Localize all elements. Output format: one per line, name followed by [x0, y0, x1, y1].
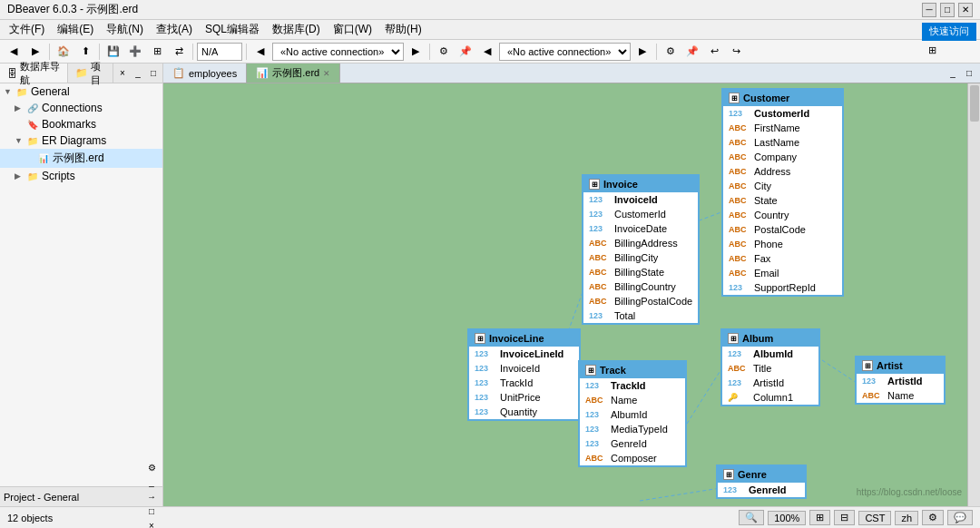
status-icon2[interactable]: 💬 [947, 510, 973, 525]
status-search-btn[interactable]: 🔍 [739, 510, 764, 525]
connection-selector-2[interactable]: «No active connection» [499, 43, 631, 61]
customer-field-postalcode: ABC PostalCode [723, 222, 842, 237]
bottom-left-panel: Project - General ⚙ _ → □ × [0, 486, 162, 506]
menu-db[interactable]: 数据库(D) [267, 20, 326, 39]
bottom-close-btn[interactable]: × [144, 519, 159, 529]
close-button[interactable]: ✕ [958, 3, 973, 17]
menu-nav[interactable]: 导航(N) [101, 20, 149, 39]
tab-employees[interactable]: 📋 employees [163, 64, 247, 83]
invoiceline-title: InvoiceLine [489, 333, 544, 344]
bottom-panel-label: Project - General [4, 492, 79, 503]
status-btn2[interactable]: ⊟ [834, 510, 855, 525]
email-name: Email [754, 268, 779, 279]
customer-field-lastname: ABC LastName [723, 135, 842, 150]
bottom-arr-btn[interactable]: → [144, 490, 159, 504]
tree-item-er-file[interactable]: 📊 示例图.erd [0, 149, 162, 168]
state-type: ABC [729, 196, 750, 205]
erd-canvas[interactable]: ⊞ Customer 123 CustomerId ABC FirstName … [163, 83, 980, 506]
menu-find[interactable]: 查找(A) [151, 20, 198, 39]
mediatypeid-name: MediaTypeId [611, 424, 668, 435]
toolbar-more2[interactable]: 📌 [682, 42, 702, 62]
composer-type: ABC [585, 454, 607, 463]
customerid-name: CustomerId [754, 108, 809, 119]
tree-item-er-diagrams[interactable]: ▼ 📁 ER Diagrams [0, 132, 162, 149]
erd-scrollbar-thumb[interactable] [970, 85, 979, 122]
restore-button[interactable]: □ [940, 3, 955, 17]
bottom-settings-btn[interactable]: ⚙ [144, 461, 159, 475]
panel-max-btn[interactable]: □ [146, 66, 161, 81]
menu-sql[interactable]: SQL编辑器 [200, 20, 265, 39]
toolbar-save[interactable]: 💾 [103, 42, 123, 62]
bottom-max-btn[interactable]: □ [144, 504, 159, 519]
entity-customer[interactable]: ⊞ Customer 123 CustomerId ABC FirstName … [721, 88, 844, 297]
panel-collapse-btn[interactable]: × [115, 66, 130, 81]
toolbar-arrow-l[interactable]: ◀ [250, 42, 270, 62]
erd-area-max[interactable]: □ [962, 66, 976, 81]
connection-selector-1[interactable]: «No active connection» [272, 43, 404, 61]
status-icon1[interactable]: ⚙ [922, 510, 944, 525]
status-btn1[interactable]: ⊞ [809, 510, 830, 525]
entity-track[interactable]: ⊞ Track 123 TrackId ABC Name 123 AlbumId… [578, 360, 687, 467]
toolbar-arrow-r[interactable]: ▶ [406, 42, 426, 62]
status-zoom-btn[interactable]: 100% [768, 511, 806, 525]
toolbar-sep-4 [246, 44, 247, 60]
phone-name: Phone [754, 239, 783, 249]
status-cst[interactable]: CST [858, 511, 891, 525]
quick-access-button[interactable]: 快速访问 [922, 23, 976, 41]
tab-erd[interactable]: 📊 示例图.erd ✕ [247, 64, 340, 83]
track-table-icon: ⊞ [585, 365, 596, 376]
trackid-name: TrackId [611, 380, 646, 391]
toolbar-up[interactable]: ⬆ [75, 42, 95, 62]
toolbar-home[interactable]: 🏠 [54, 42, 74, 62]
entity-invoiceline[interactable]: ⊞ InvoiceLine 123 InvoiceLineId 123 Invo… [467, 328, 581, 421]
erd-area-min[interactable]: _ [946, 66, 960, 81]
toolbar-more4[interactable]: ↪ [726, 42, 746, 62]
tab-project[interactable]: 📁 项目 [68, 64, 113, 83]
menu-help[interactable]: 帮助(H) [379, 20, 427, 39]
tree-item-connections[interactable]: ▶ 🔗 Connections [0, 100, 162, 116]
status-zh[interactable]: zh [895, 511, 918, 525]
customer-field-supportrepid: 123 SupportRepId [723, 280, 842, 295]
toolbar-sep-2 [99, 44, 100, 60]
minimize-button[interactable]: ─ [922, 3, 936, 17]
erd-scrollbar[interactable] [967, 83, 980, 506]
entity-artist[interactable]: ⊞ Artist 123 ArtistId ABC Name [855, 356, 946, 405]
erd-tab-icon: 📊 [256, 67, 269, 79]
entity-invoice[interactable]: ⊞ Invoice 123 InvoiceId 123 CustomerId 1… [582, 174, 700, 325]
invoice-table-icon: ⊞ [589, 179, 600, 190]
toolbar-arrows[interactable]: ⇄ [169, 42, 189, 62]
invoicedate-name: InvoiceDate [614, 223, 667, 234]
na-input[interactable] [197, 43, 242, 61]
toolbar-arrow-l2[interactable]: ◀ [477, 42, 497, 62]
toolbar-pin[interactable]: 📌 [456, 42, 475, 62]
toolbar-more3[interactable]: ↩ [704, 42, 724, 62]
toolbar-forward[interactable]: ▶ [25, 42, 45, 62]
entity-genre[interactable]: ⊞ Genre 123 GenreId [716, 464, 807, 499]
city-name: City [754, 181, 771, 191]
tree-item-bookmarks[interactable]: 🔖 Bookmarks [0, 116, 162, 132]
toolbar-settings[interactable]: ⚙ [434, 42, 454, 62]
panel-min-btn[interactable]: _ [131, 66, 145, 81]
invoiceline-field-trackid: 123 TrackId [469, 376, 579, 390]
entity-album[interactable]: ⊞ Album 123 AlbumId ABC Title 123 Artist… [720, 328, 820, 406]
toolbar-arrow-r2[interactable]: ▶ [632, 42, 652, 62]
toolbar-back[interactable]: ◀ [4, 42, 24, 62]
toolbar-more1[interactable]: ⚙ [661, 42, 681, 62]
il-trackid-type: 123 [475, 378, 496, 387]
menu-window[interactable]: 窗口(W) [328, 20, 377, 39]
svg-line-4 [822, 360, 857, 383]
toolbar-add[interactable]: ➕ [125, 42, 145, 62]
menu-file[interactable]: 文件(F) [4, 20, 50, 39]
toolbar-layout[interactable]: ⊞ [147, 42, 167, 62]
tree-item-general[interactable]: ▼ 📁 General [0, 83, 162, 100]
tree-item-scripts[interactable]: ▶ 📁 Scripts [0, 168, 162, 184]
window-title: DBeaver 6.0.3 - 示例图.erd [7, 2, 138, 17]
address-name: Address [754, 166, 790, 177]
track-albumid-type: 123 [585, 410, 607, 419]
erd-tab-close[interactable]: ✕ [323, 69, 330, 78]
tab-db-nav[interactable]: 🗄 数据库导航 [0, 64, 68, 83]
toolbar-icon1[interactable]: ⊞ [922, 41, 942, 61]
bottom-min-btn[interactable]: _ [144, 475, 159, 490]
tree-label-connections: Connections [42, 102, 103, 114]
menu-edit[interactable]: 编辑(E) [52, 20, 99, 39]
